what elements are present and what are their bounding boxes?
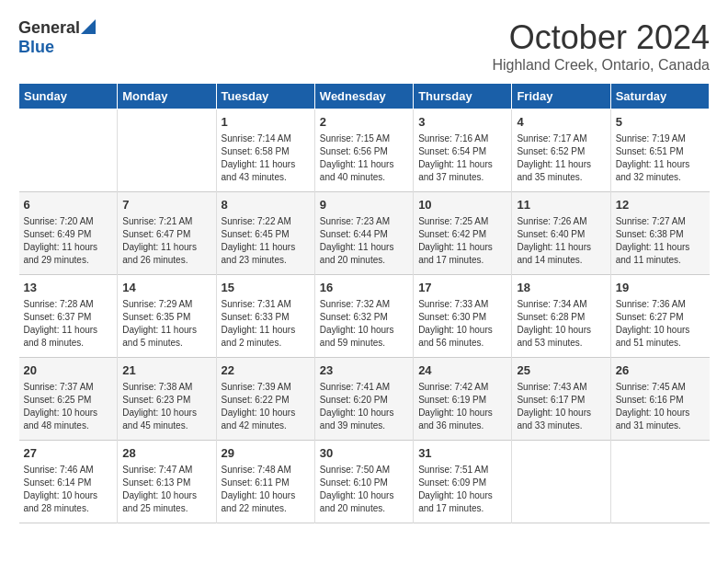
calendar-cell: 19Sunrise: 7:36 AMSunset: 6:27 PMDayligh… [610, 275, 709, 358]
day-number: 21 [122, 362, 210, 379]
day-number: 9 [320, 197, 408, 213]
weekday-header-wednesday: Wednesday [314, 84, 413, 109]
day-info-line: Sunset: 6:44 PM [320, 228, 408, 241]
day-info-line: Sunset: 6:40 PM [517, 228, 605, 241]
calendar-week-row: 27Sunrise: 7:46 AMSunset: 6:14 PMDayligh… [19, 441, 710, 523]
calendar-cell: 21Sunrise: 7:38 AMSunset: 6:23 PMDayligh… [118, 358, 216, 441]
day-info-line: Daylight: 11 hours and 37 minutes. [418, 158, 506, 184]
calendar-cell: 23Sunrise: 7:41 AMSunset: 6:20 PMDayligh… [314, 358, 413, 441]
day-number: 10 [418, 197, 506, 213]
calendar-cell: 12Sunrise: 7:27 AMSunset: 6:38 PMDayligh… [610, 192, 709, 275]
calendar-cell: 18Sunrise: 7:34 AMSunset: 6:28 PMDayligh… [512, 275, 610, 358]
day-info-line: Sunrise: 7:34 AM [517, 298, 605, 311]
day-info-line: Sunrise: 7:17 AM [517, 132, 605, 145]
day-info-line: Sunset: 6:37 PM [24, 311, 113, 324]
day-info-line: Daylight: 10 hours and 45 minutes. [122, 407, 210, 432]
day-info-line: Daylight: 11 hours and 29 minutes. [24, 241, 113, 267]
calendar-cell: 9Sunrise: 7:23 AMSunset: 6:44 PMDaylight… [314, 192, 413, 275]
day-info-line: Sunset: 6:54 PM [418, 145, 506, 158]
calendar-cell [19, 109, 118, 192]
day-info-line: Sunrise: 7:43 AM [517, 381, 605, 394]
day-info-line: Daylight: 11 hours and 43 minutes. [222, 158, 310, 184]
day-info-line: Daylight: 10 hours and 25 minutes. [122, 489, 210, 515]
calendar-cell: 26Sunrise: 7:45 AMSunset: 6:16 PMDayligh… [610, 358, 709, 441]
day-info-line: Sunrise: 7:15 AM [320, 132, 408, 145]
day-info-line: Sunset: 6:51 PM [616, 145, 705, 158]
day-number: 17 [418, 280, 506, 296]
day-info-line: Sunrise: 7:45 AM [616, 381, 705, 394]
weekday-header-saturday: Saturday [610, 84, 709, 109]
location-title: Highland Creek, Ontario, Canada [492, 57, 710, 74]
weekday-header-tuesday: Tuesday [216, 84, 314, 109]
calendar-cell: 22Sunrise: 7:39 AMSunset: 6:22 PMDayligh… [216, 358, 314, 441]
day-info-line: Sunrise: 7:37 AM [24, 381, 113, 394]
day-info-line: Daylight: 10 hours and 48 minutes. [24, 407, 113, 432]
day-info-line: Sunset: 6:56 PM [320, 145, 408, 158]
day-info-line: Daylight: 10 hours and 42 minutes. [222, 407, 310, 432]
weekday-header-friday: Friday [512, 84, 610, 109]
day-info-line: Sunset: 6:30 PM [418, 311, 506, 324]
day-info-line: Sunset: 6:27 PM [616, 311, 705, 324]
day-info-line: Sunset: 6:45 PM [222, 228, 310, 241]
svg-marker-0 [81, 19, 96, 34]
day-info-line: Sunset: 6:20 PM [320, 394, 408, 407]
day-info-line: Sunset: 6:35 PM [122, 311, 210, 324]
day-info-line: Sunrise: 7:51 AM [418, 464, 506, 477]
day-info-line: Daylight: 11 hours and 5 minutes. [122, 324, 210, 350]
day-info-line: Daylight: 10 hours and 59 minutes. [320, 324, 408, 350]
calendar-cell [512, 441, 610, 523]
day-number: 25 [517, 362, 605, 379]
day-info-line: Daylight: 10 hours and 36 minutes. [418, 407, 506, 432]
day-number: 31 [418, 445, 506, 462]
day-number: 29 [222, 445, 310, 462]
day-info-line: Sunrise: 7:21 AM [122, 215, 210, 228]
day-number: 3 [418, 114, 506, 131]
day-info-line: Daylight: 10 hours and 39 minutes. [320, 407, 408, 432]
weekday-header-sunday: Sunday [19, 84, 118, 109]
day-number: 11 [517, 197, 605, 213]
day-number: 28 [122, 445, 210, 462]
day-info-line: Sunrise: 7:14 AM [222, 132, 310, 145]
calendar-cell: 8Sunrise: 7:22 AMSunset: 6:45 PMDaylight… [216, 192, 314, 275]
day-info-line: Sunrise: 7:27 AM [616, 215, 705, 228]
day-info-line: Sunrise: 7:28 AM [24, 298, 113, 311]
day-info-line: Sunset: 6:19 PM [418, 394, 506, 407]
day-info-line: Sunset: 6:23 PM [122, 394, 210, 407]
day-info-line: Sunrise: 7:26 AM [517, 215, 605, 228]
day-info-line: Daylight: 11 hours and 11 minutes. [616, 241, 705, 267]
logo-blue: Blue [18, 38, 54, 56]
calendar-cell: 14Sunrise: 7:29 AMSunset: 6:35 PMDayligh… [118, 275, 216, 358]
calendar-cell: 15Sunrise: 7:31 AMSunset: 6:33 PMDayligh… [216, 275, 314, 358]
month-title: October 2024 [492, 18, 710, 57]
day-info-line: Daylight: 11 hours and 17 minutes. [418, 241, 506, 267]
day-info-line: Daylight: 10 hours and 33 minutes. [517, 407, 605, 432]
weekday-header-row: SundayMondayTuesdayWednesdayThursdayFrid… [19, 84, 710, 109]
day-info-line: Sunrise: 7:50 AM [320, 464, 408, 477]
day-info-line: Daylight: 10 hours and 53 minutes. [517, 324, 605, 350]
day-info-line: Daylight: 11 hours and 35 minutes. [517, 158, 605, 184]
day-number: 15 [222, 280, 310, 296]
day-info-line: Sunset: 6:28 PM [517, 311, 605, 324]
day-info-line: Sunset: 6:10 PM [320, 477, 408, 489]
calendar-cell: 24Sunrise: 7:42 AMSunset: 6:19 PMDayligh… [414, 358, 512, 441]
logo: General Blue [18, 18, 96, 57]
calendar-cell [118, 109, 216, 192]
day-number: 30 [320, 445, 408, 462]
day-number: 20 [24, 362, 113, 379]
calendar-cell: 7Sunrise: 7:21 AMSunset: 6:47 PMDaylight… [118, 192, 216, 275]
day-number: 18 [517, 280, 605, 296]
day-number: 6 [24, 197, 113, 213]
day-info-line: Sunset: 6:11 PM [222, 477, 310, 489]
day-info-line: Sunrise: 7:47 AM [122, 464, 210, 477]
weekday-header-thursday: Thursday [414, 84, 512, 109]
day-info-line: Sunrise: 7:31 AM [222, 298, 310, 311]
day-info-line: Sunrise: 7:25 AM [418, 215, 506, 228]
day-info-line: Daylight: 11 hours and 23 minutes. [222, 241, 310, 267]
calendar-cell: 29Sunrise: 7:48 AMSunset: 6:11 PMDayligh… [216, 441, 314, 523]
day-info-line: Daylight: 10 hours and 20 minutes. [320, 489, 408, 515]
calendar-table: SundayMondayTuesdayWednesdayThursdayFrid… [18, 83, 710, 523]
calendar-cell: 20Sunrise: 7:37 AMSunset: 6:25 PMDayligh… [19, 358, 118, 441]
day-info-line: Sunset: 6:17 PM [517, 394, 605, 407]
day-info-line: Daylight: 11 hours and 32 minutes. [616, 158, 705, 184]
header: General Blue October 2024 Highland Creek… [18, 18, 710, 74]
